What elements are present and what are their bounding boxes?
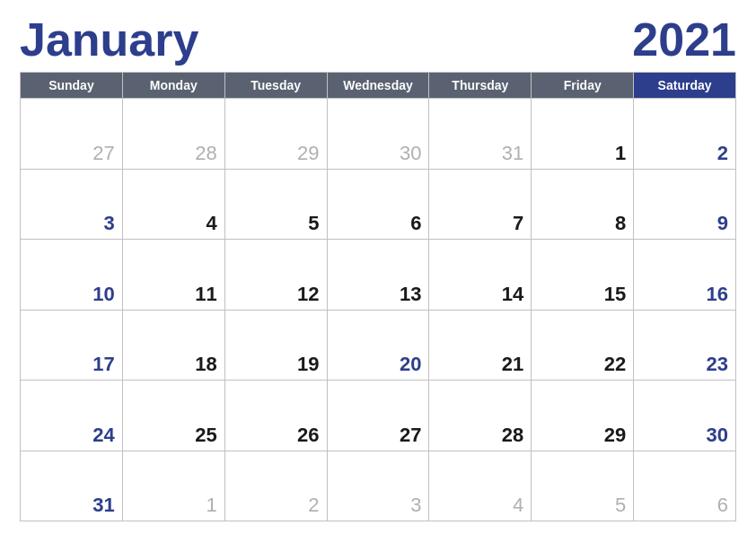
day-cell-2-5[interactable]: 15 (532, 240, 634, 311)
day-cell-3-3[interactable]: 20 (328, 311, 430, 381)
day-cell-5-4[interactable]: 4 (429, 451, 532, 522)
week-row-1: 272829303112 (21, 99, 736, 170)
day-cell-2-3[interactable]: 13 (328, 240, 430, 311)
day-cell-5-5[interactable]: 5 (532, 451, 634, 522)
header-thursday: Thursday (429, 73, 532, 99)
weeks-container: 2728293031123456789101112131415161718192… (21, 99, 736, 521)
header-monday: Monday (123, 73, 225, 99)
day-cell-1-4[interactable]: 7 (429, 170, 532, 241)
month-title: January (20, 16, 198, 63)
day-cell-5-3[interactable]: 3 (328, 451, 430, 522)
day-cell-0-1[interactable]: 28 (123, 99, 225, 170)
week-row-5: 24252627282930 (21, 381, 736, 451)
day-cell-3-5[interactable]: 22 (532, 311, 634, 381)
day-cell-3-4[interactable]: 21 (429, 311, 532, 381)
header-saturday: Saturday (634, 73, 736, 99)
day-cell-1-3[interactable]: 6 (328, 170, 430, 241)
day-cell-5-0[interactable]: 31 (21, 451, 123, 522)
day-cell-4-5[interactable]: 29 (532, 381, 634, 451)
header-wednesday: Wednesday (328, 73, 430, 99)
day-cell-0-0[interactable]: 27 (21, 99, 123, 170)
day-headers-row: Sunday Monday Tuesday Wednesday Thursday… (21, 73, 736, 99)
day-cell-0-3[interactable]: 30 (328, 99, 430, 170)
day-cell-0-6[interactable]: 2 (634, 99, 736, 170)
day-cell-3-0[interactable]: 17 (21, 311, 123, 381)
week-row-6: 31123456 (21, 451, 736, 522)
day-cell-5-2[interactable]: 2 (225, 451, 328, 522)
day-cell-4-2[interactable]: 26 (225, 381, 328, 451)
day-cell-1-0[interactable]: 3 (21, 170, 123, 241)
day-cell-2-4[interactable]: 14 (429, 240, 532, 311)
header-sunday: Sunday (21, 73, 123, 99)
day-cell-4-3[interactable]: 27 (328, 381, 430, 451)
day-cell-0-2[interactable]: 29 (225, 99, 328, 170)
day-cell-3-6[interactable]: 23 (634, 311, 736, 381)
day-cell-1-1[interactable]: 4 (123, 170, 225, 241)
day-cell-3-1[interactable]: 18 (123, 311, 225, 381)
day-cell-2-1[interactable]: 11 (123, 240, 225, 311)
day-cell-5-6[interactable]: 6 (634, 451, 736, 522)
header-tuesday: Tuesday (225, 73, 328, 99)
day-cell-5-1[interactable]: 1 (123, 451, 225, 522)
day-cell-4-1[interactable]: 25 (123, 381, 225, 451)
year-title: 2021 (632, 16, 736, 63)
day-cell-1-5[interactable]: 8 (532, 170, 634, 241)
calendar-header: January 2021 (20, 16, 736, 63)
week-row-3: 10111213141516 (21, 240, 736, 311)
day-cell-3-2[interactable]: 19 (225, 311, 328, 381)
header-friday: Friday (532, 73, 634, 99)
day-cell-4-4[interactable]: 28 (429, 381, 532, 451)
calendar-grid: Sunday Monday Tuesday Wednesday Thursday… (20, 72, 736, 521)
day-cell-0-5[interactable]: 1 (532, 99, 634, 170)
day-cell-4-6[interactable]: 30 (634, 381, 736, 451)
week-row-4: 17181920212223 (21, 311, 736, 381)
day-cell-2-0[interactable]: 10 (21, 240, 123, 311)
day-cell-0-4[interactable]: 31 (429, 99, 532, 170)
week-row-2: 3456789 (21, 170, 736, 241)
day-cell-1-6[interactable]: 9 (634, 170, 736, 241)
day-cell-4-0[interactable]: 24 (21, 381, 123, 451)
day-cell-2-2[interactable]: 12 (225, 240, 328, 311)
day-cell-1-2[interactable]: 5 (225, 170, 328, 241)
day-cell-2-6[interactable]: 16 (634, 240, 736, 311)
